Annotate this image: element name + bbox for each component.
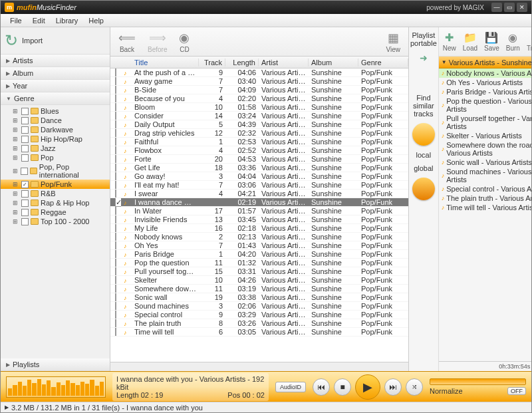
- table-row[interactable]: ♪B-Side704:09Various ArtistsSunshinePop/…: [110, 86, 408, 94]
- sidebar-cat-artists[interactable]: ▶Artists: [1, 55, 110, 67]
- table-row[interactable]: ♪I swear404:21Various ArtistsSunshinePop…: [110, 190, 408, 198]
- audio-id-button[interactable]: AudioID: [275, 382, 306, 392]
- row-checkbox[interactable]: [115, 311, 116, 319]
- checkbox[interactable]: ✓: [21, 181, 29, 188]
- normalize-label[interactable]: Normalize: [430, 387, 463, 395]
- table-row[interactable]: ♪Pop the question1101:32Various ArtistsS…: [110, 259, 408, 267]
- row-checkbox[interactable]: [115, 69, 116, 76]
- genre-rap-hip-hop[interactable]: ⊞Rap & Hip Hop: [1, 198, 110, 207]
- playlist-item[interactable]: ♪The plain truth - Various Artists: [439, 194, 531, 203]
- row-checkbox[interactable]: [115, 138, 116, 146]
- row-checkbox[interactable]: [115, 77, 116, 85]
- col-title[interactable]: Title: [132, 59, 199, 67]
- menu-help[interactable]: Help: [83, 15, 109, 26]
- table-row[interactable]: ♪Nobody knows202:13Various ArtistsSunshi…: [110, 233, 408, 241]
- cd-button[interactable]: ◉CD: [176, 29, 192, 55]
- row-checkbox[interactable]: [115, 120, 116, 128]
- tree-toggle-icon[interactable]: ⊞: [13, 209, 19, 215]
- table-row[interactable]: ♪Drag strip vehicles1202:32Various Artis…: [110, 129, 408, 138]
- portable-arrow-icon[interactable]: ➜: [420, 53, 428, 63]
- menu-library[interactable]: Library: [51, 15, 84, 26]
- back-button[interactable]: ⟸Back: [116, 29, 138, 55]
- save-button[interactable]: 💾Save: [481, 30, 502, 53]
- tree-toggle-icon[interactable]: ⊞: [13, 136, 19, 142]
- table-row[interactable]: ♪Skelter1004:26Various ArtistsSunshinePo…: [110, 276, 408, 285]
- before-button[interactable]: ⟹Before: [145, 29, 170, 55]
- next-button[interactable]: ⏭: [384, 378, 402, 396]
- sidebar-cat-genre[interactable]: ▼Genre: [1, 92, 110, 105]
- genre-jazz[interactable]: ⊞Jazz: [1, 144, 110, 153]
- genre-reggae[interactable]: ⊞Reggae: [1, 207, 110, 217]
- col-track[interactable]: Track: [199, 59, 225, 67]
- genre-hip-hop-rap[interactable]: ⊞Hip Hop/Rap: [1, 134, 110, 144]
- genre-top-100-2000[interactable]: ⊞Top 100 - 2000: [1, 217, 110, 226]
- col-genre[interactable]: Genre: [358, 59, 408, 67]
- row-checkbox[interactable]: [115, 129, 116, 137]
- table-row[interactable]: ♪Consider1403:24Various ArtistsSunshineP…: [110, 112, 408, 120]
- shuffle-button[interactable]: ⤭: [406, 378, 423, 396]
- local-search-button[interactable]: [412, 123, 435, 146]
- play-button[interactable]: ▶: [355, 374, 380, 400]
- table-row[interactable]: ♪Daily Output504:39Various ArtistsSunshi…: [110, 120, 408, 129]
- tree-toggle-icon[interactable]: ⊞: [13, 117, 19, 124]
- tree-toggle-icon[interactable]: ⊞: [13, 145, 19, 152]
- playlist-item[interactable]: ♪Special control - Various Artists: [439, 184, 531, 194]
- playlist-header[interactable]: ▼ Various Artists - Sunshine ✎: [439, 57, 531, 69]
- tree-toggle-icon[interactable]: ⊞: [13, 218, 19, 225]
- tree-toggle-icon[interactable]: ⊞: [13, 200, 19, 206]
- row-checkbox[interactable]: [115, 293, 116, 301]
- row-checkbox[interactable]: ✓: [115, 198, 121, 207]
- row-checkbox[interactable]: [115, 250, 116, 258]
- table-row[interactable]: ♪Oh Yes701:43Various ArtistsSunshinePop/…: [110, 241, 408, 250]
- col-album[interactable]: Album: [309, 59, 358, 67]
- table-row[interactable]: ♪Go away!304:04Various ArtistsSunshinePo…: [110, 172, 408, 181]
- row-checkbox[interactable]: [115, 146, 116, 154]
- transfer-button[interactable]: ↻Transfer: [524, 30, 531, 53]
- row-checkbox[interactable]: [115, 172, 116, 180]
- table-row[interactable]: ✓♪I wanna dance with you02:19Various Art…: [110, 198, 408, 207]
- table-row[interactable]: ♪Special control903:29Various ArtistsSun…: [110, 311, 408, 319]
- row-checkbox[interactable]: [115, 276, 116, 284]
- progress-slider[interactable]: [430, 378, 526, 385]
- genre-blues[interactable]: ⊞Blues: [1, 106, 110, 116]
- row-checkbox[interactable]: [115, 155, 116, 163]
- checkbox[interactable]: [21, 190, 29, 198]
- row-checkbox[interactable]: [115, 215, 116, 223]
- tree-toggle-icon[interactable]: ⊞: [13, 108, 19, 114]
- table-row[interactable]: ♪Time will tell603:05Various ArtistsSuns…: [110, 328, 408, 337]
- checkbox[interactable]: [21, 154, 29, 162]
- playlist-item[interactable]: ♪Sound machines - Various Artists: [439, 167, 531, 184]
- genre-pop-funk[interactable]: ⊞✓Pop/Funk: [1, 180, 110, 189]
- table-row[interactable]: ♪Get Life1803:36Various ArtistsSunshineP…: [110, 164, 408, 172]
- stop-button[interactable]: ■: [334, 378, 351, 396]
- row-checkbox[interactable]: [115, 267, 116, 275]
- table-row[interactable]: ♪Bloom1001:58Various ArtistsSunshinePop/…: [110, 103, 408, 112]
- tree-toggle-icon[interactable]: ⊞: [13, 168, 19, 174]
- col-length[interactable]: Length: [225, 59, 259, 67]
- playlist-item[interactable]: ♪Oh Yes - Various Artists: [439, 78, 531, 87]
- genre-r-b[interactable]: ⊞R&B: [1, 189, 110, 198]
- table-row[interactable]: ♪Sound machines302:06Various ArtistsSuns…: [110, 302, 408, 311]
- checkbox[interactable]: [21, 209, 29, 216]
- menu-file[interactable]: File: [5, 15, 27, 26]
- row-checkbox[interactable]: [115, 224, 116, 232]
- row-checkbox[interactable]: [115, 86, 116, 94]
- row-checkbox[interactable]: [115, 94, 116, 102]
- table-row[interactable]: ♪The plain truth803:26Various ArtistsSun…: [110, 319, 408, 328]
- table-row[interactable]: ♪Somewhere down th…1103:19Various Artist…: [110, 285, 408, 293]
- checkbox[interactable]: [21, 117, 29, 124]
- sidebar-cat-album[interactable]: ▶Album: [1, 67, 110, 80]
- global-search-button[interactable]: [412, 178, 435, 200]
- tree-toggle-icon[interactable]: ⊞: [13, 126, 19, 133]
- row-checkbox[interactable]: [115, 207, 116, 215]
- row-checkbox[interactable]: [115, 241, 116, 249]
- genre-dance[interactable]: ⊞Dance: [1, 116, 110, 125]
- prev-button[interactable]: ⏮: [313, 378, 330, 396]
- playlist-item[interactable]: ♪Sonic wall - Various Artists: [439, 158, 531, 167]
- playlist-item[interactable]: ♪Somewhere down the road - Various Artis…: [439, 140, 531, 158]
- col-artist[interactable]: Artist: [259, 59, 309, 67]
- import-button[interactable]: ↻ Import: [1, 27, 110, 55]
- playlist-item[interactable]: ♪Skelter - Various Artists: [439, 131, 531, 140]
- genre-pop-pop-international[interactable]: ⊞Pop, Pop international: [1, 162, 110, 180]
- checkbox[interactable]: [21, 145, 29, 152]
